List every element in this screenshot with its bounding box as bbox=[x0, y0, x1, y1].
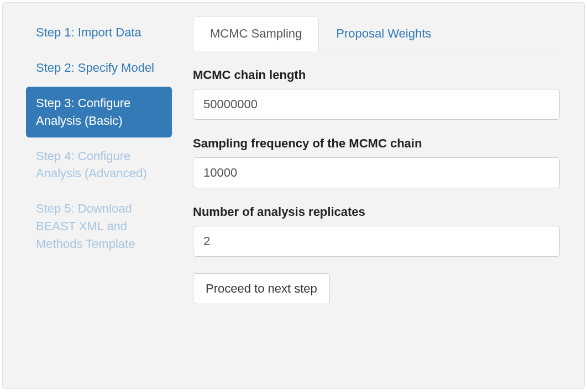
chain-length-group: MCMC chain length bbox=[193, 68, 560, 120]
proceed-button[interactable]: Proceed to next step bbox=[193, 273, 330, 304]
sidebar-item-step4: Step 4: Configure Analysis (Advanced) bbox=[26, 140, 172, 190]
replicates-group: Number of analysis replicates bbox=[193, 205, 560, 257]
tab-mcmc-sampling[interactable]: MCMC Sampling bbox=[193, 16, 319, 51]
replicates-input[interactable] bbox=[193, 226, 560, 257]
main-content: MCMC Sampling Proposal Weights MCMC chai… bbox=[182, 16, 571, 375]
tab-proposal-weights[interactable]: Proposal Weights bbox=[319, 16, 448, 51]
chain-length-input[interactable] bbox=[193, 89, 560, 120]
sidebar-item-step5: Step 5: Download BEAST XML and Methods T… bbox=[26, 192, 172, 261]
sampling-frequency-label: Sampling frequency of the MCMC chain bbox=[193, 136, 560, 151]
chain-length-label: MCMC chain length bbox=[193, 68, 560, 82]
sidebar-item-step1[interactable]: Step 1: Import Data bbox=[26, 16, 172, 49]
step-sidebar: Step 1: Import Data Step 2: Specify Mode… bbox=[16, 16, 182, 375]
replicates-label: Number of analysis replicates bbox=[193, 205, 560, 219]
sidebar-item-step3[interactable]: Step 3: Configure Analysis (Basic) bbox=[26, 87, 172, 137]
tab-bar: MCMC Sampling Proposal Weights bbox=[193, 16, 560, 51]
sampling-frequency-input[interactable] bbox=[193, 157, 560, 188]
sampling-frequency-group: Sampling frequency of the MCMC chain bbox=[193, 136, 560, 188]
sidebar-item-step2[interactable]: Step 2: Specify Model bbox=[26, 51, 172, 84]
config-panel: Step 1: Import Data Step 2: Specify Mode… bbox=[2, 2, 585, 389]
